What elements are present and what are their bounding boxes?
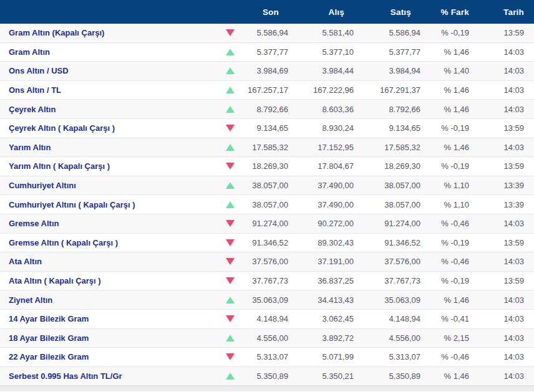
change-percent: % 1,46 — [420, 371, 469, 381]
price-last: 8.792,66 — [246, 105, 288, 114]
down-arrow-icon — [226, 239, 235, 246]
direction-cell — [215, 29, 246, 36]
table-row[interactable]: 14 Ayar Bilezik Gram 4.148,94 3.062,45 4… — [0, 310, 534, 329]
up-arrow-icon — [226, 373, 235, 380]
instrument-name: Yarım Altın — [0, 143, 215, 152]
table-row[interactable]: Ata Altın 37.576,00 37.191,00 37.576,00 … — [0, 252, 534, 272]
down-arrow-icon — [226, 277, 235, 284]
table-row[interactable]: Çeyrek Altın 8.792,66 8.603,36 8.792,66 … — [0, 100, 534, 119]
direction-cell — [215, 353, 246, 360]
update-time: 14:03 — [469, 47, 524, 57]
change-percent: % -0,19 — [420, 238, 469, 247]
price-last: 5.377,77 — [246, 47, 288, 57]
price-last: 18.269,30 — [246, 161, 288, 171]
column-header-alis: Alış — [288, 7, 354, 17]
change-percent: % -0,19 — [420, 123, 469, 133]
price-buy: 167.222,96 — [288, 85, 354, 95]
instrument-name: Çeyrek Altın ( Kapalı Çarşı ) — [0, 123, 215, 133]
change-percent: % 1,46 — [420, 85, 469, 95]
table-row[interactable]: Çeyrek Altın ( Kapalı Çarşı ) 9.134,65 8… — [0, 119, 534, 138]
table-row[interactable]: Ons Altın / TL 167.257,17 167.222,96 167… — [0, 81, 534, 100]
price-buy: 5.350,21 — [288, 371, 354, 381]
instrument-name: Çeyrek Altın — [0, 105, 215, 114]
instrument-name: Ons Altın / TL — [0, 85, 215, 95]
table-row[interactable]: Yarım Altın 17.585,32 17.152,95 17.585,3… — [0, 138, 534, 158]
update-time: 14:03 — [469, 105, 524, 114]
table-row[interactable]: Cumhuriyet Altını ( Kapalı Çarşı ) 38.05… — [0, 195, 534, 214]
price-buy: 5.581,40 — [288, 28, 354, 37]
price-sell: 5.350,89 — [354, 371, 420, 381]
change-percent: % 1,46 — [420, 47, 469, 57]
price-sell: 3.984,94 — [354, 66, 420, 75]
table-row[interactable]: Serbest 0.995 Has Altın TL/Gr 5.350,89 5… — [0, 367, 534, 386]
direction-cell — [215, 373, 246, 380]
update-time: 13:39 — [469, 200, 524, 209]
direction-cell — [215, 67, 246, 74]
price-sell: 91.346,52 — [354, 238, 420, 247]
down-arrow-icon — [226, 220, 235, 227]
price-buy: 17.152,95 — [288, 143, 354, 152]
price-sell: 17.585,32 — [354, 143, 420, 152]
change-percent: % -0,41 — [420, 314, 469, 323]
price-buy: 3.892,72 — [288, 333, 354, 343]
table-row[interactable]: Cumhuriyet Altını 38.057,00 37.490,00 38… — [0, 176, 534, 196]
instrument-name: Ata Altın ( Kapalı Çarşı ) — [0, 276, 215, 285]
instrument-name: Yarım Altın ( Kapalı Çarşı ) — [0, 161, 215, 171]
change-percent: % -0,19 — [420, 28, 469, 37]
up-arrow-icon — [226, 49, 235, 55]
down-arrow-icon — [226, 353, 235, 360]
instrument-name: Cumhuriyet Altını — [0, 181, 215, 190]
instrument-name: Gram Altın (Kapalı Çarşı) — [0, 28, 215, 37]
price-last: 167.257,17 — [246, 85, 288, 95]
change-percent: % 1,40 — [420, 66, 469, 75]
table-row[interactable]: Ziynet Altın 35.063,09 34.413,43 35.063,… — [0, 290, 534, 310]
update-time: 14:03 — [469, 371, 524, 381]
update-time: 14:03 — [469, 333, 524, 343]
update-time: 14:03 — [469, 85, 524, 95]
price-last: 5.586,94 — [246, 28, 288, 37]
direction-cell — [215, 144, 246, 151]
instrument-name: Serbest 0.995 Has Altın TL/Gr — [0, 371, 215, 381]
price-sell: 5.377,77 — [354, 47, 420, 57]
table-row[interactable]: Gremse Altın 91.274,00 90.272,00 91.274,… — [0, 214, 534, 234]
up-arrow-icon — [226, 144, 235, 151]
price-last: 4.148,94 — [246, 314, 288, 323]
price-last: 3.984,69 — [246, 66, 288, 75]
price-buy: 8.930,24 — [288, 123, 354, 133]
table-row[interactable]: Ons Altın / USD 3.984,69 3.984,44 3.984,… — [0, 62, 534, 81]
price-sell: 167.291,37 — [354, 85, 420, 95]
direction-cell — [215, 125, 246, 131]
direction-cell — [215, 239, 246, 246]
table-row[interactable]: 22 Ayar Bilezik Gram 5.313,07 5.071,99 5… — [0, 348, 534, 367]
price-buy: 3.984,44 — [288, 66, 354, 75]
direction-cell — [215, 297, 246, 304]
change-percent: % 1,46 — [420, 295, 469, 305]
direction-cell — [215, 163, 246, 170]
table-row[interactable]: Gremse Altın ( Kapalı Çarşı ) 91.346,52 … — [0, 234, 534, 253]
change-percent: % -0,46 — [420, 352, 469, 361]
table-header-row: Son Alış Satış % Fark Tarih — [0, 0, 534, 24]
table-row[interactable]: Yarım Altın ( Kapalı Çarşı ) 18.269,30 1… — [0, 157, 534, 176]
change-percent: % 2,15 — [420, 333, 469, 343]
table-row[interactable]: Gram Altın 5.377,77 5.377,10 5.377,77 % … — [0, 43, 534, 62]
instrument-name: Gremse Altın ( Kapalı Çarşı ) — [0, 238, 215, 247]
down-arrow-icon — [226, 258, 235, 265]
column-header-tarih: Tarih — [469, 7, 524, 17]
table-row[interactable]: 18 Ayar Bilezik Gram 4.556,00 3.892,72 4… — [0, 329, 534, 348]
price-last: 4.556,00 — [246, 333, 288, 343]
table-row[interactable]: Ata Altın ( Kapalı Çarşı ) 37.767,73 36.… — [0, 272, 534, 291]
up-arrow-icon — [226, 201, 235, 208]
update-time: 14:03 — [469, 314, 524, 323]
table-row[interactable]: Gram Altın (Kapalı Çarşı) 5.586,94 5.581… — [0, 24, 534, 43]
up-arrow-icon — [226, 67, 235, 74]
price-sell: 37.576,00 — [354, 257, 420, 266]
update-time: 14:03 — [469, 143, 524, 152]
change-percent: % -0,19 — [420, 276, 469, 285]
price-last: 38.057,00 — [246, 181, 288, 190]
price-buy: 37.191,00 — [288, 257, 354, 266]
instrument-name: Gremse Altın — [0, 219, 215, 228]
instrument-name: Ziynet Altın — [0, 295, 215, 305]
down-arrow-icon — [226, 315, 235, 322]
price-sell: 9.134,65 — [354, 123, 420, 133]
price-buy: 37.490,00 — [288, 200, 354, 209]
